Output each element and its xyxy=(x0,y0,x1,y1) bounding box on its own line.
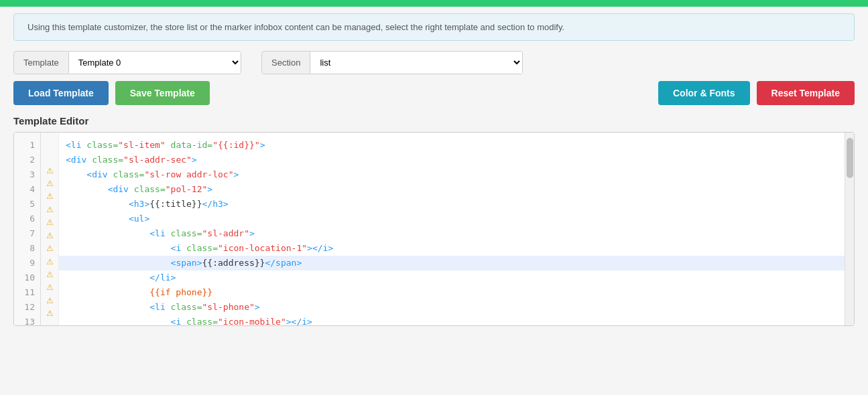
warning-icon-7: ⚠ xyxy=(44,216,56,229)
template-label: Template xyxy=(14,52,69,73)
scrollbar-thumb[interactable] xyxy=(847,138,853,178)
section-control: Section list infobox header xyxy=(261,51,523,74)
warning-icon-11: ⚠ xyxy=(44,268,56,281)
code-line-6: <ul> xyxy=(59,212,845,226)
warning-icon-4: ⚠ xyxy=(44,177,56,189)
code-line-2: <div class="sl-addr-sec"> xyxy=(59,153,845,167)
actions-row: Load Template Save Template Color & Font… xyxy=(13,81,855,105)
code-line-8: <i class="icon-location-1"></i> xyxy=(59,241,845,256)
code-editor[interactable]: 1 2 3 4 5 6 7 8 9 10 11 12 13 14 ⚠ ⚠ ⚠ ⚠… xyxy=(13,132,855,326)
warning-icon-14: ⚠ xyxy=(44,307,56,319)
code-line-7: <li class="sl-addr"> xyxy=(59,226,845,241)
code-line-11: {{if phone}} xyxy=(59,285,845,300)
section-select[interactable]: list infobox header xyxy=(310,52,522,74)
code-line-13: <i class="icon-mobile"></i> xyxy=(59,315,845,325)
warning-icon-6: ⚠ xyxy=(44,203,56,216)
reset-template-button[interactable]: Reset Template xyxy=(757,81,855,105)
code-line-5: <h3>{{:title}}</h3> xyxy=(59,197,845,212)
code-content[interactable]: <li class="sl-item" data-id="{{:id}}"> <… xyxy=(59,133,845,325)
template-select[interactable]: Template 0 Template 1 Template 2 xyxy=(69,52,241,74)
editor-section: Template Editor 1 2 3 4 5 6 7 8 9 10 11 … xyxy=(13,115,855,326)
info-banner: Using this template customizer, the stor… xyxy=(13,13,855,41)
code-line-12: <li class="sl-phone"> xyxy=(59,300,845,315)
warning-icon-8: ⚠ xyxy=(44,229,56,242)
save-template-button[interactable]: Save Template xyxy=(115,81,210,105)
template-control: Template Template 0 Template 1 Template … xyxy=(13,51,241,74)
code-line-4: <div class="pol-12"> xyxy=(59,182,845,197)
code-line-1: <li class="sl-item" data-id="{{:id}}"> xyxy=(59,138,845,153)
line-numbers: 1 2 3 4 5 6 7 8 9 10 11 12 13 14 xyxy=(14,133,41,325)
warning-icon-5: ⚠ xyxy=(44,190,56,203)
warning-icon-3: ⚠ xyxy=(44,164,56,177)
warning-icon-12: ⚠ xyxy=(44,281,56,294)
section-label: Section xyxy=(262,52,310,73)
editor-title: Template Editor xyxy=(13,115,855,127)
code-line-3: <div class="sl-row addr-loc"> xyxy=(59,167,845,182)
scrollbar[interactable] xyxy=(845,133,854,325)
load-template-button[interactable]: Load Template xyxy=(13,81,109,105)
code-line-10: </li> xyxy=(59,270,845,285)
warning-icon-13: ⚠ xyxy=(44,294,56,307)
warning-icon-2 xyxy=(44,151,56,163)
code-line-9: <span>{{:address}}</span> xyxy=(59,256,845,270)
warning-icon-10: ⚠ xyxy=(44,255,56,268)
color-fonts-button[interactable]: Color & Fonts xyxy=(658,81,750,105)
warning-icon-9: ⚠ xyxy=(44,242,56,254)
top-bar xyxy=(0,0,868,7)
warning-icon-1 xyxy=(44,138,56,151)
warning-column: ⚠ ⚠ ⚠ ⚠ ⚠ ⚠ ⚠ ⚠ ⚠ ⚠ ⚠ ⚠ xyxy=(41,133,59,325)
